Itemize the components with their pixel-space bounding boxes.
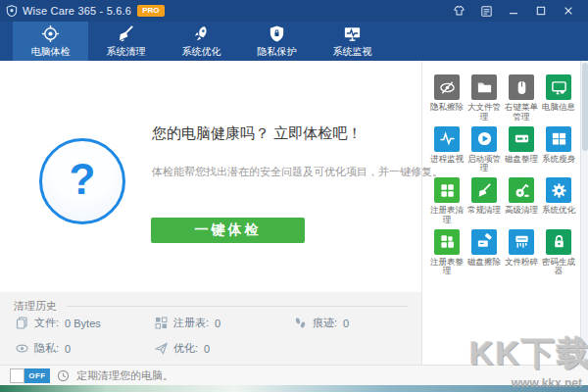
disk-eraser-icon [471, 229, 497, 255]
tool-label: 系统优化 [540, 206, 577, 216]
stat-optimization: 优化: 0 [155, 341, 210, 356]
tool-registry-defrag[interactable]: 注册表整理 [428, 229, 466, 277]
sidebar-divider [421, 61, 422, 385]
tool-label: 密码生成器 [540, 258, 577, 277]
startup-manager-icon [471, 126, 497, 152]
files-icon [16, 317, 28, 329]
context-menu-icon [509, 74, 534, 100]
target-icon [41, 24, 60, 43]
tab-label: 电脑体检 [31, 45, 71, 59]
registry-grid-icon [155, 317, 168, 329]
tool-file-shredder[interactable]: 文件粉碎 [503, 229, 540, 277]
app-shield-icon [6, 5, 18, 17]
tool-label: 常规清理 [466, 206, 503, 216]
tab-system-tuneup[interactable]: 系统优化 [164, 22, 239, 61]
schedule-text: 定期清理您的电脑。 [76, 368, 173, 383]
tool-privacy-eraser[interactable]: 隐私擦除 [428, 74, 466, 122]
tool-disk-defrag[interactable]: 磁盘整理 [503, 126, 540, 174]
schedule-toggle[interactable]: OFF [10, 368, 50, 383]
rocket-icon [192, 24, 211, 43]
stat-label: 痕迹: [313, 316, 337, 330]
stat-value: 0 [215, 318, 220, 329]
one-click-checkup-button[interactable]: 一键体检 [151, 218, 305, 243]
stat-files: 文件: 0 Bytes [16, 316, 101, 330]
history-title: 清理历史 [14, 299, 57, 314]
stat-label: 文件: [34, 316, 59, 330]
paper-plane-icon [155, 342, 168, 355]
tool-registry-cleaner[interactable]: 注册表清理 [428, 177, 466, 225]
question-mark: ? [70, 158, 96, 201]
scrollbar-thumb[interactable] [582, 63, 588, 151]
desktop-background-strip [0, 385, 588, 392]
tool-label: 大文件管理 [466, 103, 503, 122]
tool-label: 电脑信息 [540, 103, 577, 113]
tool-label: 进程监视 [428, 155, 466, 165]
big-file-manager-icon [471, 74, 497, 100]
pc-info-icon [546, 74, 571, 100]
maximize-icon[interactable] [527, 0, 555, 22]
tab-system-cleaner[interactable]: 系统清理 [88, 22, 164, 61]
footprints-icon [294, 317, 307, 329]
tab-label: 系统清理 [107, 45, 146, 59]
tab-privacy-protector[interactable]: 隐私保护 [239, 22, 315, 61]
eye-icon [16, 342, 28, 355]
tool-password-generator[interactable]: 密码生成器 [540, 229, 577, 277]
menu-icon[interactable] [472, 0, 500, 22]
tab-label: 隐私保护 [258, 45, 297, 59]
disk-defrag-icon [509, 126, 534, 152]
tool-label: 注册表清理 [428, 206, 466, 225]
privacy-eraser-icon [434, 74, 460, 100]
stat-value: 0 [343, 318, 349, 329]
tool-label: 磁盘擦除 [466, 258, 503, 268]
tool-label: 磁盘整理 [503, 155, 540, 165]
tab-label: 系统监视 [333, 45, 372, 59]
nav-bar: 电脑体检 系统清理 系统优化 隐私保护 系统监视 [0, 22, 588, 61]
tool-startup-manager[interactable]: 启动项管理 [466, 126, 503, 174]
tool-process-monitor[interactable]: 进程监视 [428, 126, 466, 174]
minimize-icon[interactable] [500, 0, 527, 22]
tools-grid: 隐私擦除 大文件管理 右键菜单管理 电脑信息 [428, 74, 579, 276]
tool-advanced-cleaner[interactable]: 高级清理 [503, 177, 540, 225]
advanced-cleaner-icon [509, 177, 534, 203]
footer-bar: OFF 定期清理您的电脑。 [0, 365, 588, 385]
stat-value: 0 [65, 343, 71, 355]
file-shredder-icon [509, 229, 534, 255]
system-tuneup-icon [546, 177, 571, 203]
tool-system-tuneup[interactable]: 系统优化 [540, 177, 577, 225]
process-monitor-icon [434, 126, 460, 152]
password-generator-icon [546, 229, 571, 255]
window-title: Wise Care 365 - 5.6.6 [23, 5, 131, 17]
tool-system-slimming[interactable]: 系统瘦身 [540, 126, 577, 174]
tab-label: 系统优化 [182, 45, 221, 59]
sidebar-scrollbar[interactable] [580, 61, 588, 385]
stat-value: 0 Bytes [65, 318, 101, 329]
tool-context-menu-manager[interactable]: 右键菜单管理 [503, 74, 540, 122]
clock-icon [57, 369, 70, 382]
stat-label: 优化: [173, 341, 198, 356]
health-question-circle: ? [39, 138, 125, 224]
titlebar: Wise Care 365 - 5.6.6 PRO [0, 0, 588, 22]
theme-skin-icon[interactable] [445, 0, 472, 22]
tool-label: 系统瘦身 [540, 155, 577, 165]
broom-icon [117, 24, 135, 43]
checkup-description: 体检能帮您找出潜在的安全问题及可优化项目，并一键修复。 [152, 165, 443, 179]
checkup-heading: 您的电脑健康吗？ 立即体检吧！ [152, 124, 362, 143]
stat-value: 0 [204, 343, 210, 355]
tab-system-monitor[interactable]: 系统监视 [315, 22, 390, 61]
tool-pc-information[interactable]: 电脑信息 [540, 74, 577, 122]
tool-label: 启动项管理 [466, 155, 503, 174]
registry-defrag-icon [434, 229, 460, 255]
tool-label: 注册表整理 [428, 258, 466, 277]
tab-pc-checkup[interactable]: 电脑体检 [13, 22, 88, 61]
tool-common-cleaner[interactable]: 常规清理 [466, 177, 503, 225]
stat-label: 隐私: [34, 341, 59, 356]
stat-traces: 痕迹: 0 [294, 316, 349, 330]
tool-disk-eraser[interactable]: 磁盘擦除 [466, 229, 503, 277]
toggle-knob [10, 368, 24, 383]
toggle-state-label: OFF [24, 368, 50, 383]
pro-badge: PRO [137, 5, 164, 17]
tool-label: 隐私擦除 [428, 103, 466, 113]
close-icon[interactable] [555, 0, 582, 22]
tool-big-file-manager[interactable]: 大文件管理 [466, 74, 503, 122]
tool-label: 右键菜单管理 [503, 103, 540, 122]
